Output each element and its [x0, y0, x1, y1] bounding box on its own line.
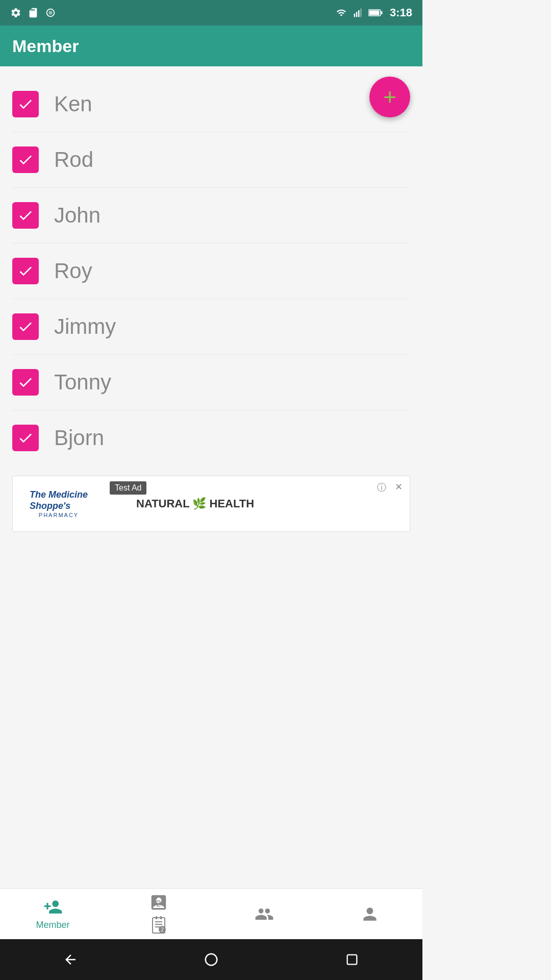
member-name: Ken: [54, 92, 92, 116]
svg-rect-21: [347, 955, 357, 965]
nav-label-member: Member: [36, 920, 69, 930]
home-icon: [204, 952, 219, 967]
svg-text:2: 2: [156, 899, 161, 908]
add-member-fab[interactable]: +: [369, 77, 410, 117]
checkmark-icon: [17, 207, 34, 224]
ad-banner: The MedicineShoppe's PHARMACY NATURAL 🌿 …: [12, 476, 410, 532]
checkbox-rod[interactable]: [12, 146, 39, 173]
svg-text:2: 2: [161, 927, 164, 933]
member-name: Jimmy: [54, 314, 116, 339]
signal-icon: [353, 8, 363, 18]
checkbox-roy[interactable]: [12, 258, 39, 284]
ad-logo-text: The MedicineShoppe's: [30, 489, 88, 511]
checkbox-ken[interactable]: [12, 91, 39, 117]
member-name: Tonny: [54, 370, 111, 395]
content-area: + Ken Rod John: [0, 66, 422, 888]
recents-icon: [345, 952, 359, 967]
ad-natural-health: NATURAL 🌿 HEALTH: [136, 497, 254, 510]
svg-rect-14: [155, 924, 162, 925]
status-bar-right: 3:18: [335, 6, 412, 19]
groups-nav-icon: [255, 904, 274, 924]
checkbox-tonny[interactable]: [12, 369, 39, 396]
notepad2-icon: 2: [148, 915, 169, 936]
system-nav-bar: [0, 939, 422, 980]
checkmark-icon: [17, 263, 34, 279]
svg-rect-16: [156, 916, 157, 919]
ad-tag-label: Test Ad: [110, 481, 146, 495]
ad-close-button[interactable]: ✕: [395, 481, 403, 493]
svg-rect-2: [354, 14, 356, 17]
nav-item-groups[interactable]: [211, 889, 317, 939]
back-button[interactable]: [58, 947, 83, 972]
list-item[interactable]: John: [12, 188, 410, 243]
fab-plus-icon: +: [383, 86, 396, 108]
nav-item-notepad[interactable]: 2 2: [106, 889, 211, 939]
status-bar: 3:18: [0, 0, 422, 26]
svg-rect-3: [356, 12, 358, 17]
checkmark-icon: [17, 374, 34, 390]
recents-button[interactable]: [339, 947, 365, 972]
member-nav-icon: [43, 897, 63, 917]
nav-item-member[interactable]: Member: [0, 889, 106, 939]
status-bar-left: [10, 7, 56, 18]
list-item[interactable]: Roy: [12, 243, 410, 299]
wifi-icon: [335, 8, 348, 18]
clock: 3:18: [390, 6, 412, 19]
settings-icon: [10, 7, 21, 18]
checkmark-icon: [17, 96, 34, 112]
back-icon: [63, 952, 78, 967]
svg-rect-5: [360, 9, 362, 17]
member-name: Roy: [54, 259, 92, 283]
list-item[interactable]: Jimmy: [12, 299, 410, 355]
svg-rect-17: [160, 916, 162, 919]
checkmark-icon: [17, 430, 34, 446]
svg-rect-13: [155, 921, 162, 922]
checkbox-john[interactable]: [12, 202, 39, 229]
ad-text-right: NATURAL 🌿 HEALTH: [136, 497, 254, 510]
list-item[interactable]: Tonny: [12, 355, 410, 410]
checkmark-icon: [17, 318, 34, 335]
list-item[interactable]: Rod: [12, 132, 410, 188]
svg-rect-7: [381, 11, 382, 14]
app-bar: Member: [0, 26, 422, 66]
svg-point-1: [48, 11, 52, 14]
member-name: Rod: [54, 148, 93, 172]
battery-icon: [368, 8, 383, 18]
svg-rect-4: [358, 10, 360, 17]
ad-logo: The MedicineShoppe's PHARMACY: [18, 489, 99, 518]
checkmark-icon: [17, 152, 34, 168]
list-item[interactable]: Bjorn: [12, 410, 410, 465]
member-name: John: [54, 203, 101, 228]
sync-icon: [45, 7, 56, 18]
ad-content: The MedicineShoppe's PHARMACY NATURAL 🌿 …: [13, 476, 410, 531]
ad-logo-sub: PHARMACY: [39, 512, 79, 518]
notepad-nav-icon: 2: [149, 893, 168, 912]
nav-item-profile[interactable]: [317, 889, 422, 939]
app-bar-title: Member: [12, 36, 79, 56]
svg-point-20: [206, 954, 217, 966]
ad-info-icon[interactable]: ⓘ: [377, 481, 386, 494]
checkbox-jimmy[interactable]: [12, 313, 39, 340]
sd-card-icon: [28, 7, 39, 18]
list-item[interactable]: Ken: [12, 77, 410, 132]
svg-rect-8: [369, 11, 379, 15]
bottom-nav: Member 2 2: [0, 888, 422, 939]
member-name: Bjorn: [54, 426, 104, 450]
profile-nav-icon: [360, 904, 380, 924]
checkbox-bjorn[interactable]: [12, 425, 39, 451]
home-button[interactable]: [198, 947, 224, 972]
member-list: Ken Rod John Roy: [0, 77, 422, 465]
